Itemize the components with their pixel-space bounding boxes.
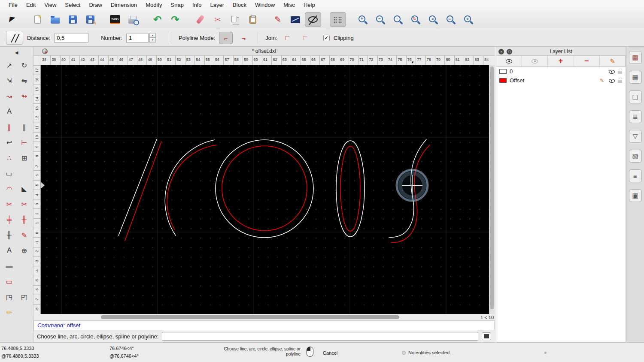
redraw[interactable] [407,12,424,27]
panel-library-browser[interactable]: ▧ [629,150,642,163]
tool-move-rotate[interactable]: ↝ [2,88,17,104]
tool-trim-cut[interactable]: ✂ [2,196,17,212]
menu-item[interactable]: Info [188,0,206,10]
remove-layer-button[interactable] [574,56,600,66]
menu-item[interactable]: Edit [22,0,40,10]
grid-toggle[interactable] [330,12,346,27]
tool-offset-point[interactable]: ∥ [17,119,32,135]
select-entity[interactable] [287,12,304,27]
tool-edit-text[interactable]: A [2,243,17,258]
tool-divide[interactable]: ∴ [2,150,17,166]
entity-arc-offset[interactable] [167,145,216,230]
join-round-button[interactable] [281,32,295,44]
panel-selection-filter[interactable]: ▽ [629,130,642,143]
tool-offset[interactable]: ∥ [2,119,17,135]
edit-pen[interactable] [270,12,286,27]
redo[interactable] [167,12,183,27]
layer-visibility-eye-icon[interactable] [608,69,615,74]
tool-rotate[interactable]: ↻ [17,57,32,73]
number-input[interactable] [126,33,149,43]
tool-explode[interactable]: ◳ [2,289,17,305]
tool-edit-pen[interactable]: ✎ [17,227,32,243]
menu-item[interactable]: Dimension [106,0,141,10]
tool-linear-format[interactable]: ⊕ [17,243,32,258]
menu-item[interactable]: Draw [85,0,106,10]
tool-explode-text[interactable]: ◰ [17,289,32,305]
menu-item[interactable]: Select [61,0,85,10]
panel-property-editor[interactable]: ▤ [629,51,642,64]
command-line-toggle-button[interactable] [482,332,491,340]
zoom-in[interactable] [355,12,371,27]
cut[interactable] [210,12,226,27]
polyline-mode-on-button[interactable] [219,32,233,44]
select-arrow[interactable] [4,12,21,27]
hide-all-layers-button[interactable] [522,56,548,66]
vertical-scrollbar[interactable] [489,65,495,314]
tool-scale[interactable]: ⇲ [2,73,17,88]
menu-item[interactable]: View [40,0,61,10]
tool-break-gap[interactable]: ╪ [2,212,17,227]
tool-eraser[interactable]: ▭ [2,274,17,289]
drawing-canvas[interactable] [41,65,489,314]
tool-rotate-two[interactable]: ↬ [17,88,32,104]
vertical-scrollbar-thumb[interactable] [490,66,494,309]
polyline-mode-segment-button[interactable] [237,32,250,44]
tool-trim-cut-two[interactable]: ✂ [17,196,32,212]
print-preview[interactable] [125,12,141,27]
layer-lock-icon[interactable] [618,69,623,74]
pan[interactable] [460,12,477,27]
menu-item[interactable]: Help [299,0,319,10]
menu-item[interactable]: File [4,0,22,10]
eraser[interactable] [192,12,208,27]
previous-view[interactable] [425,12,441,27]
panel-close-icon[interactable]: × [498,49,504,54]
join-none-button[interactable] [299,32,313,44]
save[interactable] [64,12,81,27]
entity-line[interactable] [118,139,157,235]
tool-trim[interactable]: ⊢ [17,135,32,150]
command-input[interactable] [162,332,478,341]
copy[interactable] [227,12,243,27]
tool-stretch[interactable]: ▭ [2,166,17,181]
panel-clipboard[interactable]: ▣ [629,189,642,202]
show-all-layers-button[interactable] [496,56,522,66]
tool-round[interactable]: ◠ [2,181,17,196]
panel-view-list[interactable]: ≣ [629,110,642,123]
number-spinner-up[interactable]: ▴ [149,33,156,38]
layer-visibility-eye-icon[interactable] [608,78,615,83]
layer-row[interactable]: Offset [496,76,626,85]
tool-mirror[interactable]: ⇋ [17,73,32,88]
add-layer-button[interactable] [548,56,574,66]
panel-detach-icon[interactable]: ◻ [507,49,512,54]
panel-block-list[interactable]: ▢ [629,90,642,103]
menu-item[interactable]: Snap [167,0,188,10]
tool-reverse[interactable]: ↩ [2,135,17,150]
save-as[interactable] [82,12,98,27]
tool-auto-trim[interactable]: ╫ [2,227,17,243]
new-file[interactable] [29,12,46,27]
entity-arc[interactable] [165,140,215,235]
number-spinner-down[interactable]: ▾ [149,38,156,42]
tool-pencil[interactable]: ✏ [2,305,17,320]
menu-item[interactable]: Window [251,0,279,10]
menu-item[interactable]: Layer [206,0,229,10]
undo[interactable] [149,12,166,27]
clipping-checkbox[interactable] [323,35,330,41]
edit-layer-button[interactable] [600,56,626,66]
zoom-out[interactable] [372,12,389,27]
entity-circle[interactable] [216,140,313,238]
zoom-window[interactable] [443,12,459,27]
panel-layer-list[interactable]: ▦ [629,71,642,84]
tool-properties[interactable]: ⊞ [17,150,32,166]
horizontal-scrollbar[interactable] [41,314,489,320]
auto-zoom[interactable] [390,12,406,27]
tool-scale-text[interactable]: A [2,104,17,119]
layer-row[interactable]: 0 [496,67,626,76]
menu-item[interactable]: Misc [279,0,299,10]
panel-command-history[interactable]: ≡ [629,169,642,182]
entity-ellipse-offset[interactable] [340,146,360,231]
entity-circle-offset[interactable] [222,146,307,231]
paste[interactable] [245,12,261,27]
offset-tool[interactable] [305,12,321,27]
svg-export[interactable] [107,12,123,27]
